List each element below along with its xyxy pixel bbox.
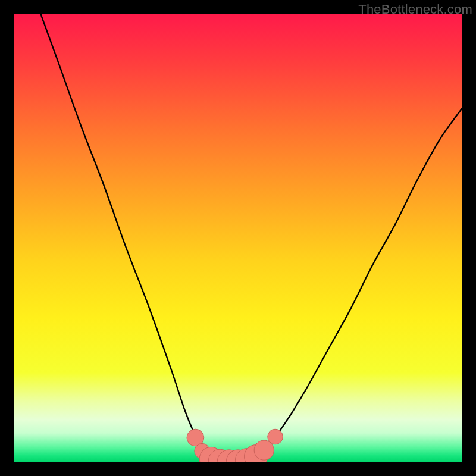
bottleneck-curve [40,14,462,462]
marker-group [187,429,283,462]
curve-marker [268,429,283,444]
chart-frame: TheBottleneck.com [0,0,476,476]
curve-layer [14,14,462,462]
watermark-text: TheBottleneck.com [358,2,472,17]
plot-area [14,14,462,462]
